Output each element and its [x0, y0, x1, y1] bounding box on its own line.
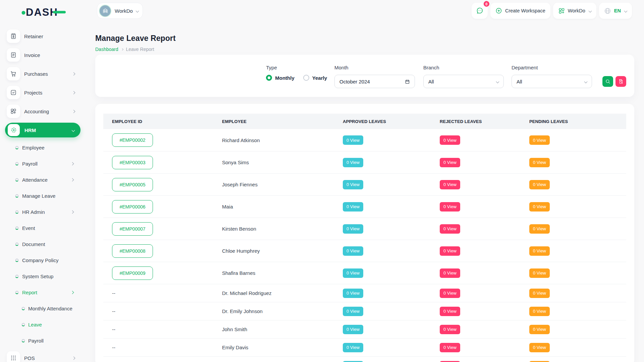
rejected-leaves-badge[interactable]: 0 View [440, 246, 460, 256]
rejected-leaves-badge[interactable]: 0 View [440, 224, 460, 234]
sidebar-item-pos[interactable]: POS [0, 349, 89, 362]
department-select[interactable]: All [512, 75, 592, 88]
radio-yearly-control[interactable] [303, 75, 309, 81]
pending-leaves-badge[interactable]: 0 View [529, 224, 550, 234]
approved-leaves-cell: 0 View [335, 343, 433, 352]
month-input[interactable]: October 2024 [334, 75, 415, 88]
pending-leaves-badge[interactable]: 0 View [529, 325, 550, 334]
rejected-leaves-badge[interactable]: 0 View [440, 268, 460, 278]
approved-leaves-badge[interactable]: 0 View [343, 289, 363, 298]
breadcrumb-separator-icon [121, 48, 123, 51]
pending-leaves-badge[interactable]: 0 View [529, 202, 550, 212]
rejected-leaves-cell: 0 View [433, 325, 522, 334]
approved-leaves-badge[interactable]: 0 View [343, 325, 363, 334]
dash-logo-graphic: DASH [21, 5, 70, 18]
radio-monthly-label: Monthly [275, 75, 294, 81]
sidebar-item-system-setup[interactable]: System Setup [0, 268, 89, 284]
pending-leaves-badge[interactable]: 0 View [529, 246, 550, 256]
employee-id-badge[interactable]: #EMP00008 [112, 244, 153, 258]
pending-leaves-badge[interactable]: 0 View [529, 343, 550, 352]
rejected-leaves-badge[interactable]: 0 View [440, 307, 460, 316]
employee-id-cell: #EMP00008 [103, 244, 215, 258]
pending-leaves-badge[interactable]: 0 View [529, 158, 550, 167]
sidebar-item-hr-admin[interactable]: HR Admin [0, 204, 89, 220]
radio-monthly-control[interactable] [266, 75, 272, 81]
employee-id-empty: -- [112, 290, 115, 296]
approved-leaves-badge[interactable]: 0 View [343, 158, 363, 167]
chat-count-badge: 0 [483, 0, 490, 7]
approved-leaves-badge[interactable]: 0 View [343, 307, 363, 316]
pending-leaves-badge[interactable]: 0 View [529, 307, 550, 316]
chevron-down-icon [136, 9, 139, 12]
language-button[interactable]: EN [599, 3, 632, 19]
rejected-leaves-badge[interactable]: 0 View [440, 180, 460, 189]
reset-filter-button[interactable] [615, 76, 626, 87]
create-workspace-label: Create Workspace [505, 8, 545, 13]
approved-leaves-badge[interactable]: 0 View [343, 135, 363, 145]
rejected-leaves-cell: 0 View [433, 202, 522, 212]
sidebar-item-attendance[interactable]: Attendance [0, 172, 89, 188]
sidebar-item-document[interactable]: Document [0, 236, 89, 252]
rejected-leaves-badge[interactable]: 0 View [440, 289, 460, 298]
sidebar-item-retainer[interactable]: Retainer [0, 27, 89, 46]
pending-leaves-badge[interactable]: 0 View [529, 135, 550, 145]
rejected-leaves-badge[interactable]: 0 View [440, 135, 460, 145]
sidebar-item-monthly-attendance[interactable]: Monthly Attendance [0, 300, 89, 316]
sidebar-item-payroll[interactable]: Payroll [0, 156, 89, 172]
sidebar-item-projects[interactable]: Projects [0, 83, 89, 102]
sidebar-item-event[interactable]: Event [0, 220, 89, 236]
employee-id-badge[interactable]: #EMP00009 [112, 266, 153, 280]
pending-leaves-badge[interactable]: 0 View [529, 289, 550, 298]
messages-button[interactable]: 0 [472, 3, 488, 19]
table-row: -- Dr. Emily Johnson 0 View 0 View 0 Vie… [103, 302, 626, 320]
chevron-right-icon [71, 162, 74, 165]
approved-leaves-badge[interactable]: 0 View [343, 343, 363, 352]
rejected-leaves-badge[interactable]: 0 View [440, 202, 460, 212]
sidebar-item-hrm[interactable]: HRM [0, 121, 89, 139]
department-filter: Department All [512, 65, 592, 88]
brand-logo[interactable]: DASH [0, 0, 89, 23]
approved-leaves-badge[interactable]: 0 View [343, 180, 363, 189]
employee-id-cell: #EMP00002 [103, 133, 215, 147]
rejected-leaves-badge[interactable]: 0 View [440, 343, 460, 352]
approved-leaves-badge[interactable]: 0 View [343, 224, 363, 234]
workspace-selector[interactable]: WorkDo [97, 3, 143, 19]
employee-id-badge[interactable]: #EMP00005 [112, 178, 153, 191]
branch-select[interactable]: All [423, 75, 504, 88]
create-workspace-button[interactable]: Create Workspace [490, 3, 550, 19]
search-button[interactable] [602, 76, 613, 87]
approved-leaves-badge[interactable]: 0 View [343, 268, 363, 278]
pending-leaves-cell: 0 View [522, 325, 626, 334]
rejected-leaves-badge[interactable]: 0 View [440, 158, 460, 167]
rejected-leaves-cell: 0 View [433, 224, 522, 234]
employee-name: Dr. Emily Johnson [215, 308, 335, 314]
radio-monthly[interactable]: Monthly [266, 75, 294, 81]
chevron-right-icon [72, 356, 75, 360]
sidebar-item-leave[interactable]: Leave [0, 316, 89, 333]
sidebar-item-purchases[interactable]: Purchases [0, 64, 89, 83]
sidebar-item-manage-leave[interactable]: Manage Leave [0, 188, 89, 204]
breadcrumb-dashboard-link[interactable]: Dashboard [95, 47, 118, 52]
pending-leaves-badge[interactable]: 0 View [529, 268, 550, 278]
sidebar-item-accounting[interactable]: Accounting [0, 102, 89, 121]
approved-leaves-badge[interactable]: 0 View [343, 202, 363, 212]
radio-yearly[interactable]: Yearly [303, 75, 327, 81]
rejected-leaves-badge[interactable]: 0 View [440, 325, 460, 334]
sidebar: DASH RetainerInvoicePurchasesProjectsAcc… [0, 0, 89, 362]
sidebar-item-report[interactable]: Report [0, 284, 89, 300]
employee-id-badge[interactable]: #EMP00003 [112, 156, 153, 169]
sidebar-item-company-policy[interactable]: Company Policy [0, 252, 89, 268]
sidebar-item-invoice[interactable]: Invoice [0, 46, 89, 64]
pending-leaves-badge[interactable]: 0 View [529, 180, 550, 189]
employee-id-badge[interactable]: #EMP00006 [112, 200, 153, 214]
pending-leaves-cell: 0 View [522, 180, 626, 189]
sidebar-item-employee[interactable]: Employee [0, 139, 89, 156]
chevron-down-icon [588, 9, 592, 12]
retainer-icon [7, 29, 20, 43]
employee-id-badge[interactable]: #EMP00002 [112, 133, 153, 147]
workdo-menu-button[interactable]: WorkDo [553, 3, 596, 19]
rejected-leaves-cell: 0 View [433, 307, 522, 316]
approved-leaves-badge[interactable]: 0 View [343, 246, 363, 256]
employee-id-badge[interactable]: #EMP00007 [112, 222, 153, 236]
sidebar-item-payroll[interactable]: Payroll [0, 333, 89, 349]
